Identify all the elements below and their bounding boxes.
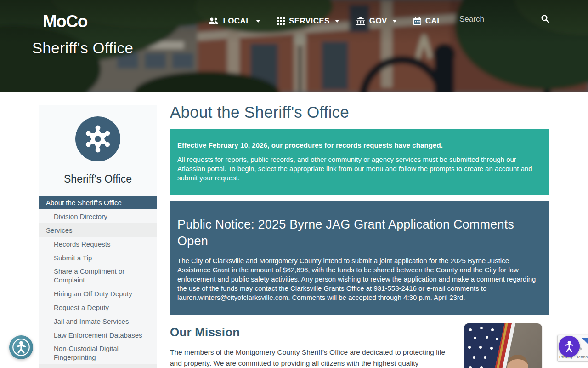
chevron-down-icon	[392, 20, 397, 23]
sidebar: Sheriff's Office About the Sheriff's Off…	[39, 105, 157, 368]
sidebar-item-hiring-off-duty-deputy[interactable]: Hiring an Off Duty Deputy	[39, 287, 157, 300]
landmark-icon	[356, 17, 365, 25]
hero-banner: MoCo LOCAL	[0, 0, 588, 92]
accessibility-person-icon	[11, 337, 31, 357]
users-icon	[209, 17, 219, 25]
mission-section: Our Mission The members of the Montgomer…	[170, 325, 549, 368]
nav-local[interactable]: LOCAL	[209, 17, 260, 26]
search-input[interactable]	[458, 14, 537, 28]
search-area	[458, 14, 549, 28]
page: MoCo LOCAL	[0, 0, 588, 368]
search-icon	[541, 15, 549, 23]
main-content: About the Sheriff's Office Effective Feb…	[170, 92, 549, 368]
sidebar-item-law-enforcement-databases[interactable]: Law Enforcement Databases	[39, 328, 157, 342]
chevron-down-icon	[335, 20, 339, 23]
records-notice-banner: Effective February 10, 2026, our procedu…	[170, 129, 549, 195]
nav-services-label: SERVICES	[289, 17, 330, 26]
nav-cal[interactable]: CAL	[413, 17, 442, 26]
sheriff-star-icon	[84, 125, 112, 153]
sidebar-menu: About the Sheriff's Office Division Dire…	[39, 196, 157, 368]
sidebar-item-division-directory[interactable]: Division Directory	[39, 209, 157, 223]
records-notice-body: All requests for reports, public records…	[177, 155, 542, 183]
sidebar-item-request-a-deputy[interactable]: Request a Deputy	[39, 300, 157, 314]
accessibility-person-icon	[561, 339, 577, 354]
sheriff-portrait-photo	[464, 323, 542, 368]
search-button[interactable]	[541, 15, 549, 24]
nav-gov[interactable]: GOV	[356, 17, 397, 26]
grid-icon	[277, 17, 285, 25]
sidebar-item-records-requests[interactable]: Records Requests	[39, 237, 157, 251]
sidebar-item-services[interactable]: Services	[39, 223, 157, 237]
calendar-icon	[413, 17, 421, 25]
public-notice-banner: Public Notice: 2025 Byrne JAG Grant Appl…	[170, 201, 549, 315]
sidebar-item-share-compliment-complaint[interactable]: Share a Compliment or Complaint	[39, 264, 157, 287]
records-notice-lead: Effective February 10, 2026, our procedu…	[177, 141, 542, 149]
hero-title: Sheriff's Office	[32, 40, 133, 57]
site-logo[interactable]: MoCo	[43, 12, 87, 31]
sidebar-item-about[interactable]: About the Sheriff's Office	[39, 196, 157, 209]
sidebar-title: Sheriff's Office	[39, 173, 157, 185]
userway-accessibility-button[interactable]	[559, 336, 580, 357]
public-notice-title: Public Notice: 2025 Byrne JAG Grant Appl…	[177, 216, 542, 249]
sidebar-item-non-custodial-fingerprinting[interactable]: Non-Custodial Digital Fingerprinting	[39, 342, 157, 364]
top-navigation: LOCAL SERVICES	[209, 14, 549, 28]
chevron-down-icon	[256, 20, 260, 23]
sheriff-badge-circle	[75, 116, 120, 161]
nav-gov-label: GOV	[369, 17, 387, 26]
accessibility-widget-button[interactable]	[9, 335, 33, 359]
public-notice-body: The City of Clarksville and Montgomery C…	[177, 256, 542, 302]
sidebar-header-card: Sheriff's Office	[39, 105, 157, 196]
nav-cal-label: CAL	[425, 17, 442, 26]
mission-body: The members of the Montgomery County She…	[170, 347, 446, 368]
sidebar-item-jail-inmate-services[interactable]: Jail and Inmate Services	[39, 314, 157, 328]
nav-services[interactable]: SERVICES	[277, 17, 339, 26]
sidebar-item-employment[interactable]: Employment	[39, 364, 157, 368]
sidebar-item-submit-a-tip[interactable]: Submit a Tip	[39, 251, 157, 264]
nav-local-label: LOCAL	[223, 17, 251, 26]
page-title: About the Sheriff's Office	[170, 103, 549, 121]
